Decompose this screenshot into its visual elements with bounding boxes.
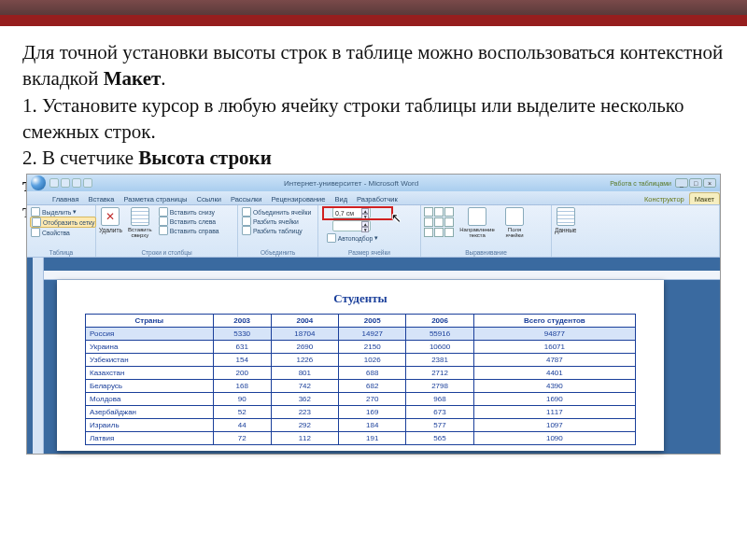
cell-value[interactable]: 52	[213, 406, 271, 419]
table-row[interactable]: Азербайджан522231696731117	[86, 406, 636, 419]
tab-design[interactable]: Конструктор	[640, 193, 689, 204]
cell-value[interactable]: 16071	[473, 341, 635, 354]
tab-mailings[interactable]: Рассылки	[226, 193, 267, 204]
cell-value[interactable]: 292	[271, 419, 338, 432]
cell-country[interactable]: Россия	[86, 328, 214, 341]
cell-value[interactable]: 94877	[473, 328, 635, 341]
cell-country[interactable]: Беларусь	[86, 380, 214, 393]
distribute-rows-icon[interactable]	[373, 208, 384, 217]
cell-value[interactable]: 168	[213, 380, 271, 393]
cell-value[interactable]: 362	[271, 393, 338, 406]
insert-below-button[interactable]: Вставить снизу	[158, 207, 220, 217]
office-button[interactable]	[31, 175, 46, 190]
cell-value[interactable]: 223	[271, 406, 338, 419]
cell-value[interactable]: 1090	[473, 432, 635, 445]
cell-value[interactable]: 10600	[406, 341, 473, 354]
merge-cells-button[interactable]: Объединить ячейки	[241, 207, 312, 217]
table-row[interactable]: Беларусь16874268227984390	[86, 380, 636, 393]
properties-button[interactable]: Свойства	[30, 228, 96, 237]
vertical-ruler[interactable]	[33, 258, 44, 454]
minimize-button[interactable]: _	[675, 178, 688, 188]
cell-value[interactable]: 200	[213, 367, 271, 380]
close-button[interactable]: ×	[703, 178, 716, 188]
data-button[interactable]: Данные	[555, 207, 576, 233]
tab-insert[interactable]: Вставка	[84, 193, 120, 204]
cell-value[interactable]: 154	[213, 354, 271, 367]
tab-page-layout[interactable]: Разметка страницы	[119, 193, 191, 204]
tab-references[interactable]: Ссылки	[191, 193, 225, 204]
show-grid-button[interactable]: Отобразить сетку	[30, 217, 96, 228]
cell-value[interactable]: 742	[271, 380, 338, 393]
cell-value[interactable]: 565	[406, 432, 473, 445]
cell-margins-button[interactable]: Поля ячейки	[500, 207, 529, 238]
students-table[interactable]: Страны 2003 2004 2005 2006 Всего студент…	[85, 314, 636, 445]
distribute-cols-icon[interactable]	[373, 221, 384, 231]
cell-value[interactable]: 1117	[473, 406, 635, 419]
text-direction-button[interactable]: Направление текста	[458, 207, 497, 238]
cell-country[interactable]: Украина	[86, 341, 214, 354]
cell-value[interactable]: 2690	[271, 341, 338, 354]
cell-value[interactable]: 4390	[473, 380, 635, 393]
cell-value[interactable]: 2712	[406, 367, 473, 380]
quick-access-toolbar[interactable]	[49, 178, 92, 188]
cell-value[interactable]: 801	[271, 367, 338, 380]
cell-value[interactable]: 682	[339, 380, 406, 393]
cell-country[interactable]: Азербайджан	[86, 406, 214, 419]
table-row[interactable]: Украина631269021501060016071	[86, 341, 636, 354]
select-button[interactable]: Выделить ▾	[30, 207, 96, 217]
cell-country[interactable]: Узбекистан	[86, 354, 214, 367]
cell-value[interactable]: 1690	[473, 393, 635, 406]
cell-value[interactable]: 18704	[271, 328, 338, 341]
cell-value[interactable]: 169	[339, 406, 406, 419]
cell-value[interactable]: 968	[406, 393, 473, 406]
cell-value[interactable]: 688	[339, 367, 406, 380]
cell-country[interactable]: Казахстан	[86, 367, 214, 380]
autofit-button[interactable]: Автоподбор ▾	[326, 233, 380, 243]
cell-value[interactable]: 44	[213, 419, 271, 432]
col-width-spinner[interactable]: ▴▾	[332, 220, 371, 231]
cell-value[interactable]: 4787	[473, 354, 635, 367]
tab-review[interactable]: Рецензирование	[267, 193, 331, 204]
cell-value[interactable]: 2150	[339, 341, 406, 354]
delete-button[interactable]: Удалить	[99, 207, 122, 233]
table-row[interactable]: Казахстан20080168827124401	[86, 367, 636, 380]
horizontal-ruler[interactable]	[44, 271, 720, 280]
tab-layout[interactable]: Макет	[689, 192, 720, 204]
insert-above-button[interactable]: Вставить сверху	[124, 207, 156, 238]
table-row[interactable]: Израиль442921845771097	[86, 419, 636, 432]
split-cells-button[interactable]: Разбить ячейки	[241, 217, 312, 226]
spin-down-icon[interactable]: ▾	[361, 227, 369, 232]
cell-value[interactable]: 72	[213, 432, 271, 445]
tab-view[interactable]: Вид	[330, 193, 352, 204]
page[interactable]: Студенты Страны 2003 2004 2005 2006 Всег…	[57, 280, 664, 451]
split-table-button[interactable]: Разбить таблицу	[241, 226, 312, 235]
cell-value[interactable]: 1026	[339, 354, 406, 367]
cell-value[interactable]: 5330	[213, 328, 271, 341]
qat-redo-icon[interactable]	[72, 178, 81, 188]
cell-value[interactable]: 1226	[271, 354, 338, 367]
tab-home[interactable]: Главная	[48, 193, 84, 204]
cell-value[interactable]: 184	[339, 419, 406, 432]
cell-value[interactable]: 2798	[406, 380, 473, 393]
cell-value[interactable]: 191	[339, 432, 406, 445]
table-row[interactable]: Узбекистан1541226102623814787	[86, 354, 636, 367]
insert-right-button[interactable]: Вставить справа	[158, 226, 220, 235]
insert-left-button[interactable]: Вставить слева	[158, 217, 220, 226]
tab-developer[interactable]: Разработчик	[352, 193, 402, 204]
row-height-spinner[interactable]: 0,7 см ▴▾	[332, 207, 371, 218]
document-area[interactable]: Студенты Страны 2003 2004 2005 2006 Всег…	[27, 258, 720, 454]
cell-value[interactable]: 631	[213, 341, 271, 354]
spin-down-icon[interactable]: ▾	[361, 214, 369, 219]
table-row[interactable]: Молдова903622709681690	[86, 393, 636, 406]
cell-value[interactable]: 14927	[339, 328, 406, 341]
cell-country[interactable]: Молдова	[86, 393, 214, 406]
maximize-button[interactable]: □	[689, 178, 702, 188]
cell-value[interactable]: 2381	[406, 354, 473, 367]
cell-country[interactable]: Израиль	[86, 419, 214, 432]
cell-country[interactable]: Латвия	[86, 432, 214, 445]
qat-undo-icon[interactable]	[61, 178, 70, 188]
cell-value[interactable]: 112	[271, 432, 338, 445]
qat-more-icon[interactable]	[83, 178, 92, 188]
cell-value[interactable]: 4401	[473, 367, 635, 380]
cell-value[interactable]: 55916	[406, 328, 473, 341]
